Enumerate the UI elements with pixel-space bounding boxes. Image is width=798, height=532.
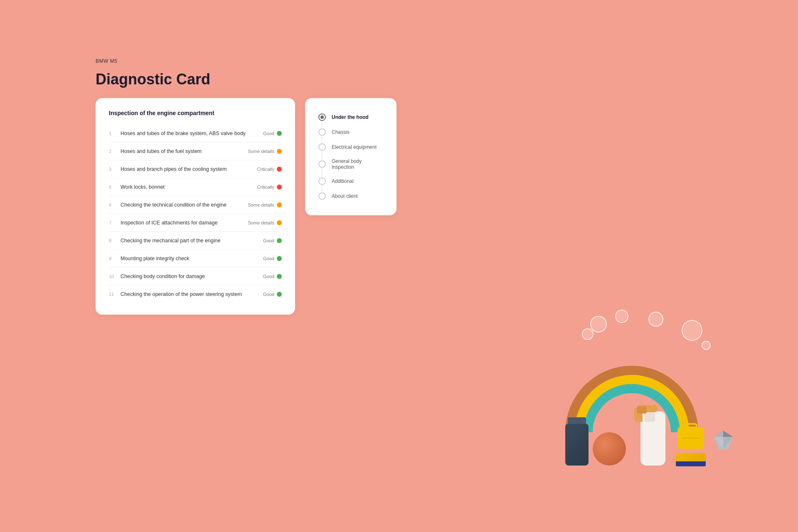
illustration-area — [557, 308, 715, 466]
suitcase — [677, 427, 704, 449]
suitcase-stripe — [682, 438, 700, 438]
nav-label: Additional — [332, 178, 354, 184]
inspection-item[interactable]: 3 Hoses and branch pipes of the cooling … — [109, 160, 282, 178]
inspection-list: 1 Hoses and tubes of the brake system, A… — [109, 125, 282, 303]
status-dot — [277, 256, 282, 261]
nav-label: General body inspection — [332, 158, 383, 170]
nav-item[interactable]: Chassis — [318, 125, 383, 140]
item-number: 5 — [109, 185, 121, 190]
page-wrapper: BMW M5 Diagnostic Card Inspection of the… — [0, 0, 798, 532]
item-number: 6 — [109, 202, 121, 207]
status-badge: Good — [263, 292, 282, 297]
page-title: Diagnostic Card — [96, 71, 210, 88]
thermos-cap — [568, 417, 586, 424]
accessories-group — [676, 427, 706, 466]
nav-dot — [318, 192, 326, 200]
diamond-icon — [710, 429, 737, 451]
orange-ball — [593, 432, 626, 466]
item-number: 7 — [109, 220, 121, 225]
item-number: 3 — [109, 167, 121, 172]
nav-card: Under the hood Chassis Electrical equipm… — [305, 98, 397, 215]
products-group — [565, 395, 737, 466]
nav-label: Electrical equipment — [332, 144, 377, 150]
status-dot — [277, 131, 282, 136]
item-number: 9 — [109, 256, 121, 261]
status-badge: Some details — [248, 202, 282, 207]
nav-item[interactable]: General body inspection — [318, 155, 383, 174]
item-label: Work locks, bonnet — [121, 184, 257, 190]
content-area: BMW M5 Diagnostic Card Inspection of the… — [96, 58, 397, 315]
status-badge: Good — [263, 274, 282, 279]
nav-label: About client — [332, 193, 358, 199]
bubble-6 — [615, 310, 628, 323]
status-dot — [277, 274, 282, 279]
sponge-top — [676, 453, 706, 461]
suitcase-handle — [684, 423, 697, 428]
status-badge: Good — [263, 238, 282, 243]
nav-item[interactable]: Additional — [318, 174, 383, 189]
item-label: Checking body condition for damage — [121, 273, 263, 279]
status-dot — [277, 185, 282, 190]
nav-dot — [318, 160, 326, 168]
nav-label: Under the hood — [332, 114, 369, 120]
inspection-card: Inspection of the engine compartment 1 H… — [96, 98, 295, 315]
status-badge: Some details — [248, 149, 282, 154]
status-dot — [277, 167, 282, 172]
item-number: 10 — [109, 274, 121, 279]
nav-dot — [318, 128, 326, 136]
item-number: 1 — [109, 131, 121, 136]
nav-item[interactable]: Under the hood — [318, 110, 383, 125]
inspection-item[interactable]: 2 Hoses and tubes of the fuel system Som… — [109, 143, 282, 160]
item-number: 8 — [109, 238, 121, 243]
nav-item[interactable]: About client — [318, 189, 383, 204]
inspection-item[interactable]: 10 Checking body condition for damage Go… — [109, 268, 282, 286]
item-label: Hoses and branch pipes of the cooling sy… — [121, 166, 257, 172]
item-label: Hoses and tubes of the fuel system — [121, 148, 248, 154]
bubble-5 — [702, 341, 711, 350]
svg-marker-3 — [714, 437, 733, 449]
inspection-item[interactable]: 9 Mounting plate integrity check Good — [109, 250, 282, 268]
inspection-item[interactable]: 11 Checking the operation of the power s… — [109, 286, 282, 303]
status-badge: Some details — [248, 220, 282, 225]
inspection-item[interactable]: 8 Checking the mechanical part of the en… — [109, 232, 282, 250]
nav-dot — [318, 143, 326, 151]
spray-bottle — [630, 395, 672, 466]
status-dot — [277, 220, 282, 225]
sponge-bottom — [676, 461, 706, 466]
status-badge: Good — [263, 131, 282, 136]
bubble-4 — [682, 320, 702, 341]
item-label: Checking the mechanical part of the engi… — [121, 238, 263, 244]
inspection-item[interactable]: 7 Inspection of ICE attachments for dama… — [109, 214, 282, 232]
item-number: 11 — [109, 292, 121, 297]
status-dot — [277, 149, 282, 154]
item-label: Inspection of ICE attachments for damage — [121, 220, 248, 226]
page-subtitle: BMW M5 — [96, 58, 117, 64]
bubble-3 — [648, 312, 663, 327]
item-number: 2 — [109, 149, 121, 154]
item-label: Mounting plate integrity check — [121, 256, 263, 261]
thermos-body — [565, 424, 589, 466]
nav-label: Chassis — [332, 129, 350, 135]
status-badge: Critically — [257, 185, 282, 190]
bubble-2 — [582, 328, 594, 340]
inspection-item[interactable]: 1 Hoses and tubes of the brake system, A… — [109, 125, 282, 143]
card-title: Inspection of the engine compartment — [109, 110, 282, 116]
nav-item[interactable]: Electrical equipment — [318, 140, 383, 155]
status-dot — [277, 238, 282, 243]
status-badge: Critically — [257, 167, 282, 172]
inspection-item[interactable]: 5 Work locks, bonnet Critically — [109, 178, 282, 196]
diamond-container — [710, 429, 737, 453]
main-layout: Inspection of the engine compartment 1 H… — [96, 98, 397, 315]
sponge-wrapper — [676, 453, 706, 466]
thermos-container — [565, 417, 589, 466]
nav-dot — [318, 177, 326, 185]
bubble-1 — [590, 316, 607, 332]
nav-dot — [318, 113, 326, 121]
status-dot — [277, 292, 282, 297]
item-label: Checking the technical condition of the … — [121, 202, 248, 208]
item-label: Hoses and tubes of the brake system, ABS… — [121, 131, 263, 136]
inspection-item[interactable]: 6 Checking the technical condition of th… — [109, 196, 282, 214]
nav-list: Under the hood Chassis Electrical equipm… — [318, 110, 383, 204]
status-badge: Good — [263, 256, 282, 261]
status-dot — [277, 202, 282, 207]
